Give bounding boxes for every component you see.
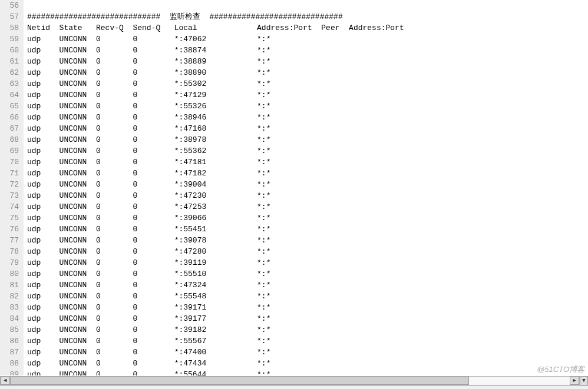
data-row: udp UNCONN 0 0 *:55510 *:*	[27, 268, 588, 280]
line-number: 83	[5, 302, 19, 313]
code-line-blank	[27, 0, 588, 11]
editor-container: 5657585960616263646566676869707172737475…	[0, 0, 588, 375]
data-row: udp UNCONN 0 0 *:39066 *:*	[27, 212, 588, 224]
scroll-h-track[interactable]	[10, 377, 570, 385]
line-number: 68	[5, 134, 19, 145]
data-row: udp UNCONN 0 0 *:47324 *:*	[27, 280, 588, 291]
line-number: 77	[5, 235, 19, 246]
data-row: udp UNCONN 0 0 *:39182 *:*	[27, 324, 588, 335]
data-row: udp UNCONN 0 0 *:47181 *:*	[27, 157, 588, 168]
line-number: 70	[5, 157, 19, 168]
horizontal-scrollbar[interactable]: ◄ ►	[0, 376, 580, 385]
data-row: udp UNCONN 0 0 *:47062 *:*	[27, 34, 588, 45]
status-bar	[0, 385, 588, 389]
scroll-left-arrow-icon[interactable]: ◄	[1, 377, 10, 385]
code-content[interactable]: ############################# 监听检查 #####…	[24, 0, 588, 375]
line-number: 60	[5, 45, 19, 56]
data-row: udp UNCONN 0 0 *:47168 *:*	[27, 123, 588, 134]
data-row: udp UNCONN 0 0 *:47280 *:*	[27, 246, 588, 257]
line-number: 86	[5, 335, 19, 347]
data-row: udp UNCONN 0 0 *:55567 *:*	[27, 335, 588, 347]
data-row: udp UNCONN 0 0 *:47129 *:*	[27, 89, 588, 101]
line-number: 71	[5, 168, 19, 179]
line-number: 62	[5, 67, 19, 78]
line-number: 75	[5, 212, 19, 224]
scroll-down-arrow-icon[interactable]: ▼	[580, 376, 588, 385]
line-number: 65	[5, 101, 19, 112]
line-number: 89	[5, 369, 19, 375]
data-row: udp UNCONN 0 0 *:38890 *:*	[27, 67, 588, 78]
data-row: udp UNCONN 0 0 *:39078 *:*	[27, 235, 588, 246]
line-number: 85	[5, 324, 19, 335]
line-number: 56	[5, 0, 19, 11]
line-number: 69	[5, 145, 19, 157]
line-number: 72	[5, 179, 19, 190]
data-row: udp UNCONN 0 0 *:55644 *:*	[27, 369, 588, 375]
line-number: 67	[5, 123, 19, 134]
line-number: 57	[5, 11, 19, 22]
line-number: 58	[5, 22, 19, 34]
data-row: udp UNCONN 0 0 *:55548 *:*	[27, 291, 588, 302]
line-number: 81	[5, 280, 19, 291]
data-row: udp UNCONN 0 0 *:47182 *:*	[27, 168, 588, 179]
data-row: udp UNCONN 0 0 *:39171 *:*	[27, 302, 588, 313]
line-number: 59	[5, 34, 19, 45]
line-number: 79	[5, 257, 19, 268]
line-number: 73	[5, 190, 19, 201]
data-row: udp UNCONN 0 0 *:38874 *:*	[27, 45, 588, 56]
data-row: udp UNCONN 0 0 *:55302 *:*	[27, 78, 588, 89]
data-row: udp UNCONN 0 0 *:39119 *:*	[27, 257, 588, 268]
data-row: udp UNCONN 0 0 *:38978 *:*	[27, 134, 588, 145]
data-row: udp UNCONN 0 0 *:55362 *:*	[27, 145, 588, 157]
section-header-line: ############################# 监听检查 #####…	[27, 11, 588, 22]
line-number: 76	[5, 224, 19, 235]
data-row: udp UNCONN 0 0 *:38889 *:*	[27, 56, 588, 67]
watermark-text: @51CTO博客	[537, 364, 584, 375]
data-row: udp UNCONN 0 0 *:39004 *:*	[27, 179, 588, 190]
line-number: 88	[5, 358, 19, 369]
line-number: 63	[5, 78, 19, 89]
data-row: udp UNCONN 0 0 *:55451 *:*	[27, 224, 588, 235]
data-row: udp UNCONN 0 0 *:39177 *:*	[27, 313, 588, 324]
data-row: udp UNCONN 0 0 *:47434 *:*	[27, 358, 588, 369]
line-number: 74	[5, 201, 19, 212]
line-number: 84	[5, 313, 19, 324]
line-number: 80	[5, 268, 19, 280]
line-number: 78	[5, 246, 19, 257]
data-row: udp UNCONN 0 0 *:47253 *:*	[27, 201, 588, 212]
data-row: udp UNCONN 0 0 *:47230 *:*	[27, 190, 588, 201]
line-number: 66	[5, 112, 19, 123]
scroll-right-arrow-icon[interactable]: ►	[570, 377, 579, 385]
line-number: 87	[5, 347, 19, 358]
columns-header-line: Netid State Recv-Q Send-Q Local Address:…	[27, 22, 588, 34]
data-row: udp UNCONN 0 0 *:55326 *:*	[27, 101, 588, 112]
line-number: 61	[5, 56, 19, 67]
line-number: 82	[5, 291, 19, 302]
line-number: 64	[5, 89, 19, 101]
line-number-gutter: 5657585960616263646566676869707172737475…	[0, 0, 24, 375]
data-row: udp UNCONN 0 0 *:38946 *:*	[27, 112, 588, 123]
data-row: udp UNCONN 0 0 *:47400 *:*	[27, 347, 588, 358]
scroll-h-thumb[interactable]	[10, 377, 469, 385]
